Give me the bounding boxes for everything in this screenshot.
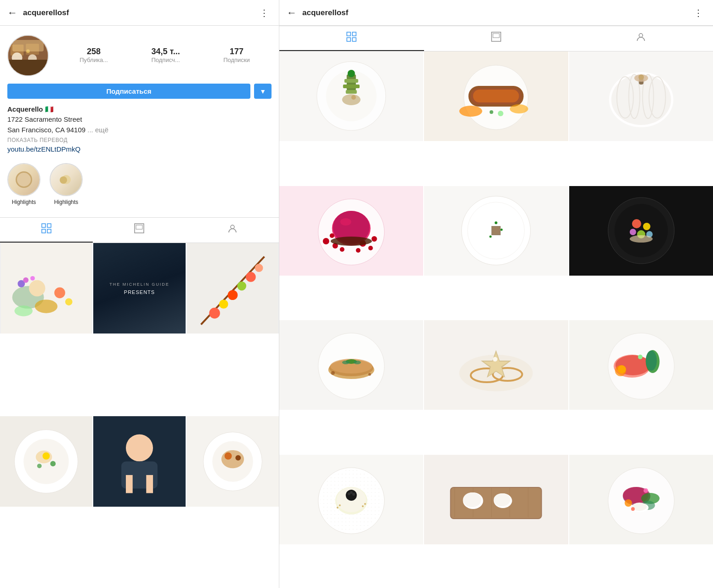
svg-point-108 [495, 221, 498, 224]
left-tab-tagged[interactable] [186, 218, 279, 243]
svg-point-75 [459, 106, 482, 117]
left-more-button[interactable]: ⋮ [258, 6, 272, 20]
right-food-4 [279, 186, 423, 276]
right-post-7[interactable] [279, 320, 423, 410]
left-tab-grid[interactable] [0, 218, 93, 243]
right-feed-svg [491, 32, 501, 42]
svg-point-144 [617, 365, 626, 373]
right-posts-grid [279, 51, 713, 588]
right-food-5 [424, 186, 568, 276]
highlight-item-2[interactable]: Highlights [50, 163, 83, 205]
svg-rect-9 [42, 224, 45, 227]
right-post-12[interactable] [569, 455, 713, 544]
svg-point-129 [368, 373, 371, 376]
left-back-button[interactable]: ← [7, 6, 21, 20]
svg-point-159 [364, 503, 366, 505]
svg-point-59 [639, 34, 643, 37]
right-tagged-svg [636, 32, 646, 42]
right-post-9[interactable] [569, 320, 713, 410]
svg-point-157 [339, 504, 341, 506]
left-post-1[interactable] [0, 243, 92, 334]
highlight-image-2 [51, 164, 82, 195]
right-post-4[interactable] [279, 186, 423, 276]
svg-point-101 [368, 246, 373, 250]
bio-translate[interactable]: ПОКАЗАТЬ ПЕРЕВОД [7, 137, 272, 143]
highlights-row: Highlights Highlights [7, 158, 272, 212]
subscribe-button[interactable]: Подписаться [7, 84, 250, 99]
svg-point-76 [510, 104, 528, 113]
avatar-image [8, 36, 48, 75]
svg-point-180 [624, 499, 632, 507]
left-post-6[interactable] [187, 416, 279, 507]
following-label: Подписки [223, 57, 250, 64]
right-tab-tagged[interactable] [568, 26, 713, 51]
stat-following: 177 Подписки [223, 47, 250, 64]
svg-point-110 [489, 235, 492, 237]
tagged-svg [227, 223, 238, 233]
svg-point-39 [50, 461, 56, 466]
grid-icon [41, 223, 51, 236]
left-tab-bar [0, 217, 279, 243]
svg-point-128 [331, 371, 335, 375]
followers-label: Подписч... [151, 57, 180, 64]
stat-posts: 258 Публика... [79, 47, 108, 64]
bio-city: San Francisco, CA 94109 [7, 126, 85, 134]
michelin-presents: PRESENTS [124, 289, 155, 295]
right-post-6[interactable] [569, 186, 713, 276]
svg-point-114 [632, 219, 641, 228]
left-tab-feed[interactable] [93, 218, 186, 243]
right-post-11[interactable] [424, 455, 568, 544]
left-post-2[interactable]: THE MICHELIN GUIDE PRESENTS [93, 243, 186, 334]
right-post-3[interactable] [569, 51, 713, 141]
svg-rect-12 [47, 229, 51, 233]
profile-top-row: 258 Публика... 34,5 т... Подписч... 177 … [7, 35, 272, 76]
svg-point-32 [246, 272, 256, 282]
right-post-8[interactable] [424, 320, 568, 410]
svg-point-33 [255, 264, 263, 272]
svg-point-78 [490, 110, 493, 114]
highlight-item-1[interactable]: Highlights [7, 163, 40, 205]
bio-link[interactable]: youtu.be/tzENLtDPmkQ [7, 145, 272, 153]
left-post-4[interactable] [0, 416, 92, 507]
svg-point-51 [225, 452, 232, 459]
posts-label: Публика... [79, 57, 108, 64]
right-tagged-icon [636, 32, 646, 45]
left-post-5[interactable] [93, 416, 186, 507]
left-post-3[interactable] [187, 243, 279, 334]
svg-point-88 [638, 74, 644, 80]
svg-rect-55 [347, 38, 351, 41]
person-illustration [93, 416, 186, 507]
svg-rect-56 [352, 38, 356, 41]
right-post-2[interactable] [424, 51, 568, 141]
left-username: acquerellosf [23, 8, 258, 17]
food-illustration-4 [0, 416, 92, 507]
right-grid-svg [346, 32, 356, 42]
right-post-5[interactable] [424, 186, 568, 276]
svg-point-99 [356, 248, 361, 253]
subscribe-dropdown-button[interactable]: ▼ [254, 84, 272, 99]
food-illustration-1 [0, 243, 92, 334]
right-tab-feed[interactable] [424, 26, 569, 51]
svg-point-50 [221, 450, 244, 468]
right-food-10 [279, 455, 423, 544]
svg-point-52 [235, 455, 241, 460]
svg-rect-58 [493, 34, 499, 38]
svg-rect-10 [47, 224, 51, 227]
svg-point-127 [354, 361, 361, 364]
svg-point-77 [498, 111, 504, 116]
left-header: ← acquerellosf ⋮ [0, 0, 279, 26]
right-more-button[interactable]: ⋮ [692, 6, 706, 20]
right-back-button[interactable]: ← [287, 6, 300, 20]
svg-rect-11 [42, 229, 45, 233]
svg-rect-16 [1, 243, 91, 334]
svg-rect-64 [345, 79, 358, 83]
svg-rect-3 [26, 44, 39, 55]
bio-more: ... ещё [87, 126, 108, 134]
svg-point-155 [350, 491, 353, 494]
right-post-10[interactable] [279, 455, 423, 544]
right-tab-grid[interactable] [279, 26, 424, 51]
avatar[interactable] [7, 35, 49, 76]
svg-rect-54 [352, 32, 356, 36]
svg-point-171 [494, 493, 510, 506]
right-post-1[interactable] [279, 51, 423, 141]
